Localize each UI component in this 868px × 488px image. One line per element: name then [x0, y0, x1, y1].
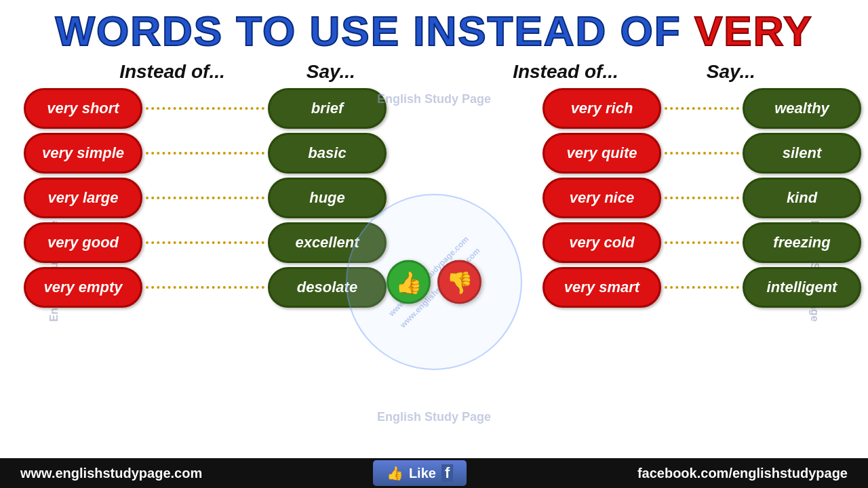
header-say-right: Say... — [707, 61, 755, 83]
instead-word: very smart — [542, 267, 661, 308]
instead-word: very quite — [542, 133, 661, 174]
dotted-connector — [665, 241, 739, 244]
content-wrapper: English Study Page English Study Page ww… — [0, 85, 868, 488]
watermark-top: English Study Page — [377, 92, 491, 106]
header-instead-right: Instead of... — [513, 61, 618, 83]
instead-word: very short — [24, 88, 142, 129]
instead-word: very good — [24, 222, 142, 263]
instead-word: very large — [24, 178, 142, 218]
dotted-connector — [665, 197, 739, 199]
pair-row: very large huge — [24, 178, 387, 218]
pair-row: very empty desolate — [24, 267, 387, 308]
footer: www.englishstudypage.com 👍 Like f facebo… — [0, 458, 868, 488]
pair-row: very good excellent — [24, 222, 387, 263]
dotted-connector — [146, 286, 264, 289]
instead-word: very simple — [24, 133, 142, 174]
instead-word: very cold — [542, 222, 661, 263]
pair-row: very smart intelligent — [542, 267, 861, 308]
dotted-connector — [146, 107, 264, 110]
say-word: silent — [743, 133, 861, 174]
title-bar: WORDS TO USE INSTEAD OF VERY — [0, 0, 868, 58]
dotted-connector — [146, 152, 264, 155]
dotted-connector — [146, 241, 264, 244]
title-very: VERY — [694, 7, 813, 54]
say-word: wealthy — [743, 88, 861, 129]
header-say-left: Say... — [307, 61, 355, 83]
say-word: freezing — [743, 222, 861, 263]
like-label: Like — [409, 466, 436, 481]
pair-row: very simple basic — [24, 133, 387, 174]
thumbs-down-icon: 👎 — [437, 260, 481, 304]
instead-word: very empty — [24, 267, 142, 308]
pair-row: very rich wealthy — [542, 88, 861, 129]
watermark-bottom: English Study Page — [377, 410, 491, 424]
say-word: kind — [743, 178, 861, 218]
thumbs-up-small-icon: 👍 — [387, 465, 403, 481]
left-panel: very short brief very simple basic very … — [0, 85, 393, 308]
dotted-connector — [665, 152, 739, 155]
title-main: WORDS TO USE INSTEAD OF — [55, 7, 694, 54]
say-word: brief — [268, 88, 387, 129]
pair-row: very quite silent — [542, 133, 861, 174]
pair-row: very short brief — [24, 88, 387, 129]
dotted-connector — [146, 197, 264, 199]
thumbs-icons: 👍 👎 — [387, 260, 481, 304]
instead-word: very rich — [542, 88, 661, 129]
dotted-connector — [665, 107, 739, 110]
pair-row: very cold freezing — [542, 222, 861, 263]
column-headers: Instead of... Say... Instead of... Say..… — [0, 58, 868, 85]
say-word: basic — [268, 133, 387, 174]
footer-facebook: facebook.com/englishstudypage — [637, 466, 848, 481]
pair-row: very nice kind — [542, 178, 861, 218]
say-word: intelligent — [743, 267, 861, 308]
thumbs-up-icon: 👍 — [387, 260, 431, 304]
footer-website: www.englishstudypage.com — [20, 466, 202, 481]
like-button[interactable]: 👍 Like f — [373, 460, 467, 486]
right-panel: very rich wealthy very quite silent very… — [475, 85, 868, 308]
header-instead-left: Instead of... — [119, 61, 225, 83]
dotted-connector — [665, 286, 739, 289]
instead-word: very nice — [542, 178, 661, 218]
facebook-icon: f — [441, 464, 453, 482]
